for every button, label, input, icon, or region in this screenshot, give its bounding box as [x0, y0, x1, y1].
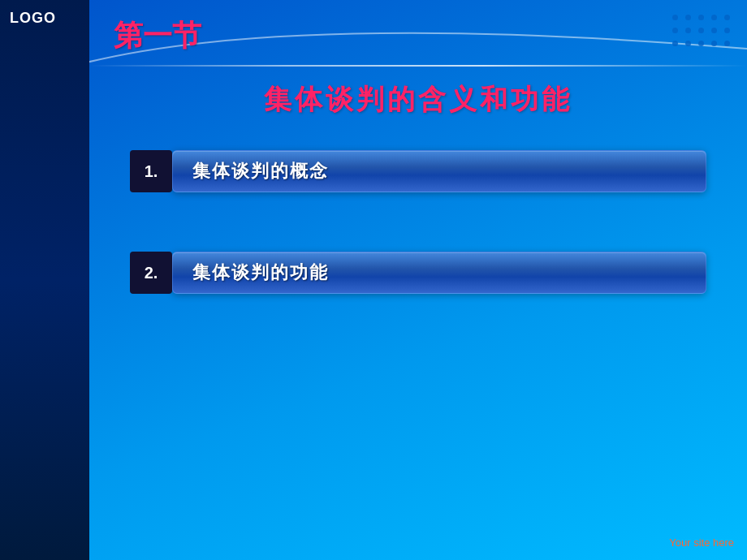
item-2-bar[interactable]: 集体谈判的功能: [172, 252, 706, 294]
dot: [672, 15, 678, 20]
dot: [711, 28, 717, 33]
grid-dots-decoration: [672, 15, 732, 49]
item-2-number: 2.: [130, 252, 172, 294]
dot: [685, 15, 691, 20]
dot: [698, 41, 704, 46]
section-title: 第一节: [114, 16, 201, 56]
item-2-text: 集体谈判的功能: [192, 261, 329, 285]
dot: [724, 41, 730, 46]
item-1-text: 集体谈判的概念: [192, 159, 329, 183]
main-content: 第一节 集体谈判的含义和功能 1. 集体谈判的概念 2. 集体谈判的功能 You…: [89, 0, 747, 560]
logo: LOGO: [10, 10, 56, 27]
item-1-number: 1.: [130, 150, 172, 192]
divider-line: [89, 65, 747, 67]
item-1-bar[interactable]: 集体谈判的概念: [172, 150, 706, 192]
dot: [724, 28, 730, 33]
item-2-container: 2. 集体谈判的功能: [130, 252, 706, 294]
slide: LOGO 第一节: [0, 0, 747, 560]
dot: [685, 28, 691, 33]
main-heading: 集体谈判的含义和功能: [89, 81, 747, 118]
dot: [711, 15, 717, 20]
dot: [724, 15, 730, 20]
watermark: Your site here: [669, 536, 734, 549]
dot: [672, 28, 678, 33]
item-1-container: 1. 集体谈判的概念: [130, 150, 706, 192]
sidebar: LOGO: [0, 0, 89, 560]
dot: [672, 41, 678, 46]
dot: [698, 28, 704, 33]
dot: [685, 41, 691, 46]
dot: [698, 15, 704, 20]
dot: [711, 41, 717, 46]
